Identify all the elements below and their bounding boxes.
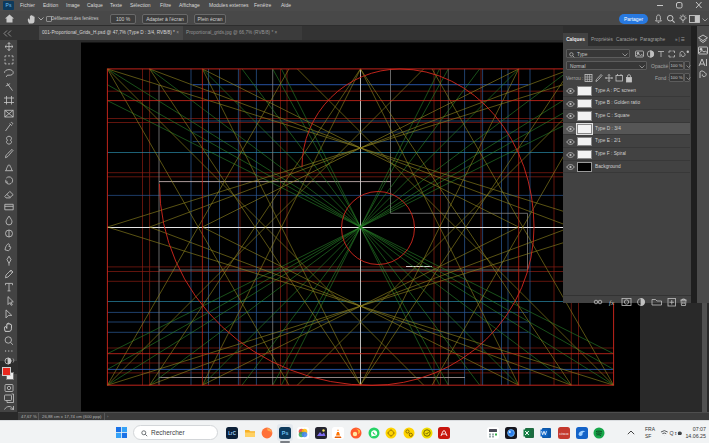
svg-text:fx: fx (609, 299, 615, 307)
svg-text:Q ɪ: Q ɪ (670, 430, 677, 436)
